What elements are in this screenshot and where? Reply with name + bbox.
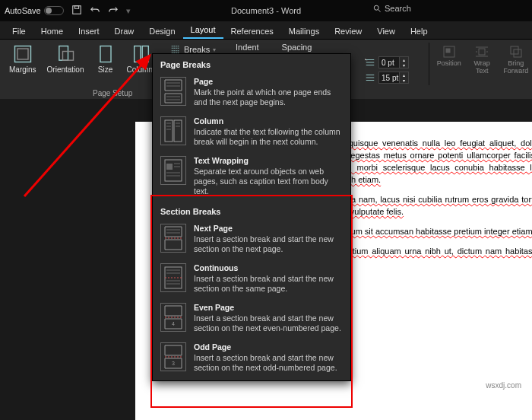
- ribbon-tabs: File Home Insert Draw Design Layout Refe…: [0, 21, 532, 40]
- bring-forward-icon: [508, 44, 524, 59]
- orientation-icon: [55, 44, 76, 64]
- tab-home[interactable]: Home: [33, 24, 71, 39]
- spacing-after-icon: [365, 73, 375, 82]
- svg-rect-1: [74, 6, 78, 9]
- column-break-icon: [160, 116, 186, 145]
- even-page-break-icon: 4: [160, 303, 186, 332]
- svg-rect-0: [72, 6, 81, 14]
- orientation-button[interactable]: Orientation: [43, 43, 89, 75]
- break-odd-page[interactable]: 3 Odd PageInsert a section break and sta…: [153, 338, 350, 377]
- page-break-icon: [160, 77, 186, 106]
- svg-rect-8: [135, 46, 141, 62]
- title-bar: AutoSave ▾ Document3 - Word Search: [0, 0, 532, 21]
- break-column[interactable]: ColumnIndicate that the text following t…: [153, 112, 350, 151]
- next-page-break-icon: [160, 224, 186, 253]
- svg-text:4: 4: [172, 321, 175, 326]
- wrap-text-button[interactable]: Wrap Text: [466, 43, 499, 85]
- search-box[interactable]: Search: [372, 4, 411, 13]
- break-even-page[interactable]: 4 Even PageInsert a section break and st…: [153, 298, 350, 338]
- break-next-page[interactable]: Next PageInsert a section break and star…: [153, 219, 350, 259]
- bring-forward-button[interactable]: Bring Forward: [499, 43, 532, 85]
- svg-rect-9: [142, 46, 148, 62]
- tab-layout[interactable]: Layout: [183, 22, 223, 39]
- redo-icon[interactable]: [108, 5, 119, 17]
- page-breaks-header: Page Breaks: [153, 54, 350, 72]
- spacing-label: Spacing: [282, 43, 312, 54]
- columns-icon: [131, 44, 152, 64]
- spacing-before-icon: [365, 58, 375, 67]
- indent-label: Indent: [236, 43, 259, 54]
- svg-rect-17: [165, 160, 182, 181]
- break-text-wrapping[interactable]: Text WrappingSeparate text around object…: [153, 151, 350, 201]
- wrap-icon: [474, 44, 489, 59]
- spacing-after-input[interactable]: 15 pt▴▾: [378, 72, 409, 84]
- page-setup-group-label: Page Setup: [93, 89, 132, 99]
- svg-rect-11: [446, 49, 450, 52]
- odd-page-break-icon: 3: [160, 342, 186, 371]
- svg-rect-5: [59, 46, 68, 61]
- watermark: wsxdj.com: [486, 381, 521, 390]
- position-icon: [442, 44, 457, 59]
- break-continuous[interactable]: ContinuousInsert a section break and sta…: [153, 259, 350, 298]
- autosave-toggle[interactable]: AutoSave: [5, 6, 64, 15]
- svg-rect-14: [514, 49, 521, 57]
- svg-rect-13: [511, 46, 518, 54]
- svg-rect-7: [100, 46, 111, 62]
- section-breaks-header: Section Breaks: [153, 201, 350, 219]
- text-wrap-break-icon: [160, 156, 186, 185]
- window-title: Document3 - Word: [231, 6, 301, 15]
- svg-rect-4: [17, 49, 28, 59]
- undo-icon[interactable]: [90, 5, 100, 17]
- tab-help[interactable]: Help: [403, 24, 435, 39]
- svg-text:3: 3: [172, 361, 175, 366]
- save-icon[interactable]: [71, 5, 82, 17]
- search-icon: [372, 4, 382, 13]
- svg-rect-18: [166, 164, 173, 170]
- margins-button[interactable]: Margins: [5, 43, 41, 75]
- tab-mailings[interactable]: Mailings: [281, 24, 327, 39]
- tab-review[interactable]: Review: [327, 24, 369, 39]
- svg-point-2: [374, 5, 378, 10]
- tab-insert[interactable]: Insert: [71, 24, 107, 39]
- tab-file[interactable]: File: [5, 24, 33, 39]
- margins-icon: [12, 44, 33, 64]
- break-page[interactable]: PageMark the point at which one page end…: [153, 72, 350, 112]
- spacing-before-input[interactable]: 0 pt▴▾: [378, 56, 409, 68]
- tab-references[interactable]: References: [223, 24, 281, 39]
- tab-view[interactable]: View: [369, 24, 403, 39]
- continuous-break-icon: [160, 263, 186, 292]
- breaks-dropdown: Page Breaks PageMark the point at which …: [152, 53, 351, 381]
- tab-design[interactable]: Design: [141, 24, 182, 39]
- svg-rect-12: [479, 49, 485, 55]
- position-button[interactable]: Position: [434, 43, 464, 85]
- size-button[interactable]: Size: [90, 43, 121, 75]
- size-icon: [95, 44, 116, 64]
- tab-draw[interactable]: Draw: [107, 24, 142, 39]
